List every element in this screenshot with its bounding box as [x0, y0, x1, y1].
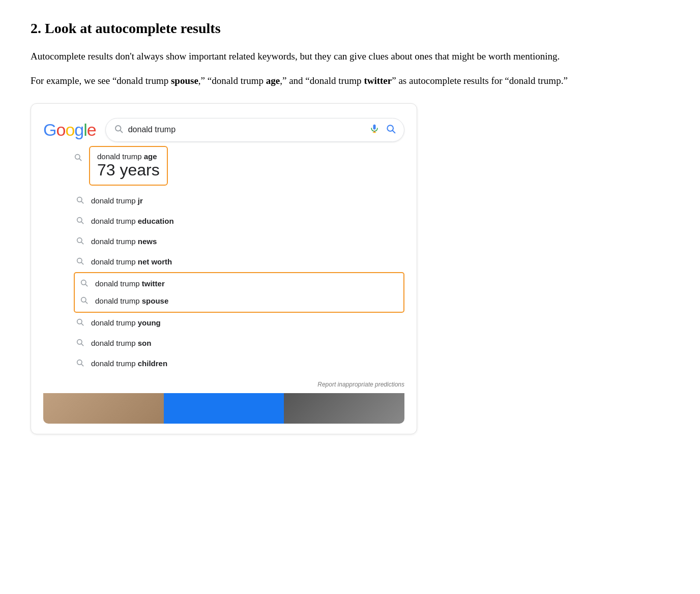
- search-bar-icon: [114, 124, 123, 136]
- autocomplete-item-spouse[interactable]: donald trump spouse: [80, 292, 398, 310]
- svg-line-8: [81, 201, 83, 203]
- para2-mid2: ,” and “donald trump: [280, 75, 364, 86]
- item-spouse-text: donald trump spouse: [95, 296, 168, 305]
- search-bar-right-icons: [369, 124, 396, 136]
- autocomplete-item-education[interactable]: donald trump education: [74, 211, 404, 231]
- item-education-text: donald trump education: [91, 217, 174, 225]
- item-young-text: donald trump young: [91, 318, 161, 327]
- para2-start: For example, we see “donald trump: [31, 75, 171, 86]
- search-input-text: donald trump: [128, 125, 364, 134]
- search-icon-young: [76, 318, 84, 328]
- age-search-icon: [74, 153, 82, 163]
- bottom-img-1: [43, 393, 164, 424]
- google-logo: Google: [43, 120, 96, 140]
- age-section: donald trump age 73 years: [74, 146, 404, 190]
- svg-line-16: [85, 284, 88, 286]
- para2-spouse: spouse: [171, 75, 198, 86]
- search-icon-spouse: [80, 296, 88, 306]
- item-news-text: donald trump news: [91, 237, 157, 246]
- search-submit-icon[interactable]: [386, 124, 396, 136]
- age-label: donald trump age: [97, 152, 160, 161]
- svg-line-4: [393, 131, 395, 133]
- search-icon-news: [76, 236, 84, 247]
- svg-line-18: [85, 302, 88, 304]
- google-mockup: Google donald trump: [31, 103, 417, 434]
- section-heading: 2. Look at autocomplete results: [31, 20, 669, 37]
- search-icon-jr: [76, 196, 84, 206]
- paragraph-1: Autocomplete results don't always show i…: [31, 49, 669, 64]
- bottom-image-strip: [43, 393, 404, 424]
- svg-line-22: [81, 344, 83, 346]
- svg-line-14: [81, 262, 83, 264]
- search-icon-education: [76, 216, 84, 226]
- svg-line-24: [81, 364, 83, 366]
- para2-end: ” as autocomplete results for “donald tr…: [392, 75, 568, 86]
- autocomplete-item-young[interactable]: donald trump young: [74, 313, 404, 333]
- item-net-worth-text: donald trump net worth: [91, 257, 172, 266]
- search-bar[interactable]: donald trump: [105, 118, 404, 142]
- report-text[interactable]: Report inappropriate predictions: [43, 381, 404, 388]
- svg-line-20: [81, 323, 83, 325]
- search-icon-son: [76, 338, 84, 348]
- autocomplete-dropdown: donald trump age 73 years donald trump j…: [74, 146, 404, 374]
- mic-icon[interactable]: [369, 124, 380, 136]
- paragraph-2: For example, we see “donald trump spouse…: [31, 73, 669, 88]
- para2-twitter: twitter: [364, 75, 392, 86]
- para2-age: age: [266, 75, 280, 86]
- svg-line-10: [81, 222, 83, 224]
- autocomplete-item-children[interactable]: donald trump children: [74, 353, 404, 374]
- svg-rect-2: [373, 124, 376, 129]
- age-value: 73 years: [97, 161, 160, 180]
- svg-line-6: [79, 159, 81, 161]
- autocomplete-item-son[interactable]: donald trump son: [74, 333, 404, 353]
- highlighted-group-twitter-spouse: donald trump twitter donald trump spouse: [74, 272, 404, 313]
- svg-line-12: [81, 242, 83, 244]
- search-icon-twitter: [80, 279, 88, 289]
- autocomplete-item-twitter[interactable]: donald trump twitter: [80, 275, 398, 292]
- autocomplete-item-jr[interactable]: donald trump jr: [74, 191, 404, 211]
- search-icon-children: [76, 359, 84, 369]
- svg-line-1: [120, 130, 122, 132]
- item-jr-text: donald trump jr: [91, 196, 143, 205]
- autocomplete-item-news[interactable]: donald trump news: [74, 231, 404, 252]
- bottom-img-2: [164, 393, 284, 424]
- age-result-box[interactable]: donald trump age 73 years: [89, 146, 168, 186]
- para2-mid: ,” “donald trump: [198, 75, 266, 86]
- bottom-img-3: [284, 393, 404, 424]
- autocomplete-item-net-worth[interactable]: donald trump net worth: [74, 252, 404, 272]
- item-twitter-text: donald trump twitter: [95, 279, 165, 288]
- google-header: Google donald trump: [43, 118, 404, 142]
- item-son-text: donald trump son: [91, 339, 151, 347]
- search-icon-net-worth: [76, 257, 84, 267]
- item-children-text: donald trump children: [91, 359, 167, 368]
